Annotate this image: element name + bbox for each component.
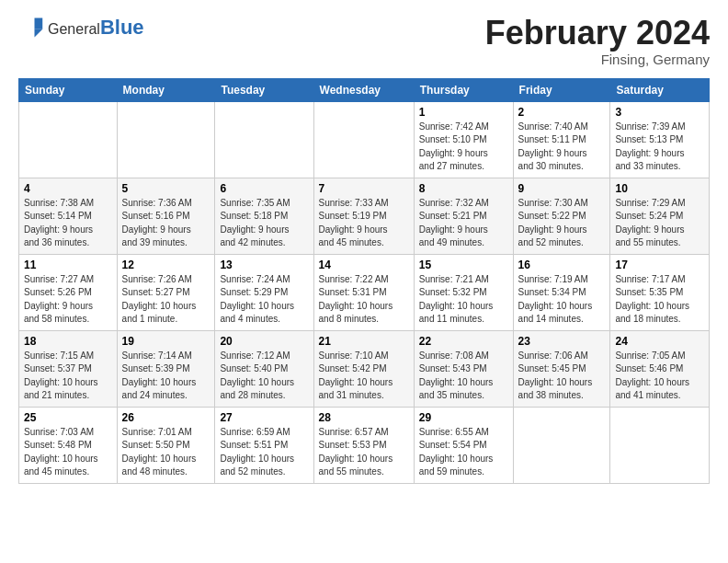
day-info: Sunrise: 7:38 AM Sunset: 5:14 PM Dayligh…: [24, 197, 112, 250]
day-info: Sunrise: 7:03 AM Sunset: 5:48 PM Dayligh…: [24, 426, 112, 479]
day-number: 8: [419, 182, 508, 195]
day-info: Sunrise: 6:57 AM Sunset: 5:53 PM Dayligh…: [319, 426, 409, 479]
calendar-cell: 21Sunrise: 7:10 AM Sunset: 5:42 PM Dayli…: [313, 330, 414, 407]
day-info: Sunrise: 7:21 AM Sunset: 5:32 PM Dayligh…: [419, 273, 508, 327]
day-number: 5: [122, 182, 210, 195]
day-info: Sunrise: 7:10 AM Sunset: 5:42 PM Dayligh…: [319, 350, 409, 403]
col-monday: Monday: [117, 78, 215, 101]
calendar-cell: 16Sunrise: 7:19 AM Sunset: 5:34 PM Dayli…: [513, 254, 610, 330]
col-sunday: Sunday: [19, 78, 118, 101]
day-number: 22: [419, 335, 508, 348]
calendar-cell: 5Sunrise: 7:36 AM Sunset: 5:16 PM Daylig…: [117, 178, 215, 254]
day-number: 14: [319, 259, 409, 271]
day-number: 27: [220, 411, 308, 424]
calendar-cell: [215, 101, 313, 178]
day-number: 1: [419, 106, 508, 119]
day-info: Sunrise: 7:39 AM Sunset: 5:13 PM Dayligh…: [615, 121, 704, 174]
calendar-cell: [610, 407, 710, 483]
day-info: Sunrise: 7:17 AM Sunset: 5:35 PM Dayligh…: [615, 273, 704, 327]
col-tuesday: Tuesday: [215, 78, 313, 101]
day-number: 13: [220, 259, 308, 271]
day-number: 11: [24, 259, 112, 271]
calendar-cell: 1Sunrise: 7:42 AM Sunset: 5:10 PM Daylig…: [414, 101, 513, 178]
day-info: Sunrise: 7:36 AM Sunset: 5:16 PM Dayligh…: [122, 197, 210, 250]
day-number: 28: [319, 411, 409, 424]
day-number: 25: [24, 411, 112, 424]
col-saturday: Saturday: [610, 78, 710, 101]
calendar-cell: [313, 101, 414, 178]
day-info: Sunrise: 7:26 AM Sunset: 5:27 PM Dayligh…: [122, 273, 210, 327]
calendar-week-row: 11Sunrise: 7:27 AM Sunset: 5:26 PM Dayli…: [19, 254, 710, 330]
calendar-header-row: Sunday Monday Tuesday Wednesday Thursday…: [19, 78, 710, 101]
day-number: 23: [518, 335, 606, 348]
title-block: February 2024 Finsing, Germany: [485, 15, 710, 67]
calendar-cell: 18Sunrise: 7:15 AM Sunset: 5:37 PM Dayli…: [19, 330, 118, 407]
col-friday: Friday: [513, 78, 610, 101]
day-info: Sunrise: 7:15 AM Sunset: 5:37 PM Dayligh…: [24, 350, 112, 403]
calendar-week-row: 4Sunrise: 7:38 AM Sunset: 5:14 PM Daylig…: [19, 178, 710, 254]
calendar-cell: 29Sunrise: 6:55 AM Sunset: 5:54 PM Dayli…: [414, 407, 513, 483]
calendar-cell: 15Sunrise: 7:21 AM Sunset: 5:32 PM Dayli…: [414, 254, 513, 330]
calendar-cell: [117, 101, 215, 178]
day-info: Sunrise: 7:35 AM Sunset: 5:18 PM Dayligh…: [220, 197, 308, 250]
day-number: 21: [319, 335, 409, 348]
day-info: Sunrise: 7:06 AM Sunset: 5:45 PM Dayligh…: [518, 350, 606, 403]
calendar-cell: 8Sunrise: 7:32 AM Sunset: 5:21 PM Daylig…: [414, 178, 513, 254]
day-info: Sunrise: 7:14 AM Sunset: 5:39 PM Dayligh…: [122, 350, 210, 403]
day-number: 17: [615, 259, 704, 271]
day-info: Sunrise: 7:32 AM Sunset: 5:21 PM Dayligh…: [419, 197, 508, 250]
day-info: Sunrise: 7:19 AM Sunset: 5:34 PM Dayligh…: [518, 273, 606, 327]
svg-marker-0: [35, 18, 43, 29]
day-number: 19: [122, 335, 210, 348]
day-number: 18: [24, 335, 112, 348]
calendar-cell: 22Sunrise: 7:08 AM Sunset: 5:43 PM Dayli…: [414, 330, 513, 407]
day-info: Sunrise: 6:55 AM Sunset: 5:54 PM Dayligh…: [419, 426, 508, 479]
calendar-cell: 19Sunrise: 7:14 AM Sunset: 5:39 PM Dayli…: [117, 330, 215, 407]
day-number: 26: [122, 411, 210, 424]
calendar-cell: 20Sunrise: 7:12 AM Sunset: 5:40 PM Dayli…: [215, 330, 313, 407]
calendar-cell: 12Sunrise: 7:26 AM Sunset: 5:27 PM Dayli…: [117, 254, 215, 330]
day-info: Sunrise: 7:29 AM Sunset: 5:24 PM Dayligh…: [615, 197, 704, 250]
logo-icon: [18, 15, 44, 40]
calendar-cell: 23Sunrise: 7:06 AM Sunset: 5:45 PM Dayli…: [513, 330, 610, 407]
day-info: Sunrise: 7:33 AM Sunset: 5:19 PM Dayligh…: [319, 197, 409, 250]
day-number: 10: [615, 182, 704, 195]
location-text: Finsing, Germany: [485, 52, 710, 67]
day-info: Sunrise: 7:24 AM Sunset: 5:29 PM Dayligh…: [220, 273, 308, 327]
logo-general-text: General: [48, 21, 100, 38]
logo-blue-text: Blue: [100, 16, 144, 40]
day-number: 9: [518, 182, 606, 195]
calendar-cell: 17Sunrise: 7:17 AM Sunset: 5:35 PM Dayli…: [610, 254, 710, 330]
logo: GeneralBlue: [18, 15, 144, 40]
month-title: February 2024: [485, 15, 710, 52]
day-info: Sunrise: 7:08 AM Sunset: 5:43 PM Dayligh…: [419, 350, 508, 403]
day-number: 6: [220, 182, 308, 195]
calendar-cell: 25Sunrise: 7:03 AM Sunset: 5:48 PM Dayli…: [19, 407, 118, 483]
col-wednesday: Wednesday: [313, 78, 414, 101]
calendar-cell: 27Sunrise: 6:59 AM Sunset: 5:51 PM Dayli…: [215, 407, 313, 483]
day-number: 16: [518, 259, 606, 271]
calendar-cell: 13Sunrise: 7:24 AM Sunset: 5:29 PM Dayli…: [215, 254, 313, 330]
day-info: Sunrise: 7:22 AM Sunset: 5:31 PM Dayligh…: [319, 273, 409, 327]
calendar-cell: 28Sunrise: 6:57 AM Sunset: 5:53 PM Dayli…: [313, 407, 414, 483]
calendar-cell: 3Sunrise: 7:39 AM Sunset: 5:13 PM Daylig…: [610, 101, 710, 178]
page-header: GeneralBlue February 2024 Finsing, Germa…: [18, 15, 710, 67]
day-info: Sunrise: 7:30 AM Sunset: 5:22 PM Dayligh…: [518, 197, 606, 250]
calendar-table: Sunday Monday Tuesday Wednesday Thursday…: [18, 78, 710, 484]
calendar-cell: 2Sunrise: 7:40 AM Sunset: 5:11 PM Daylig…: [513, 101, 610, 178]
day-number: 29: [419, 411, 508, 424]
calendar-cell: 9Sunrise: 7:30 AM Sunset: 5:22 PM Daylig…: [513, 178, 610, 254]
calendar-cell: 4Sunrise: 7:38 AM Sunset: 5:14 PM Daylig…: [19, 178, 118, 254]
calendar-week-row: 18Sunrise: 7:15 AM Sunset: 5:37 PM Dayli…: [19, 330, 710, 407]
day-number: 4: [24, 182, 112, 195]
day-number: 7: [319, 182, 409, 195]
day-number: 3: [615, 106, 704, 119]
calendar-cell: 7Sunrise: 7:33 AM Sunset: 5:19 PM Daylig…: [313, 178, 414, 254]
calendar-cell: [19, 101, 118, 178]
calendar-cell: 10Sunrise: 7:29 AM Sunset: 5:24 PM Dayli…: [610, 178, 710, 254]
day-number: 12: [122, 259, 210, 271]
day-info: Sunrise: 7:40 AM Sunset: 5:11 PM Dayligh…: [518, 121, 606, 174]
calendar-week-row: 1Sunrise: 7:42 AM Sunset: 5:10 PM Daylig…: [19, 101, 710, 178]
day-info: Sunrise: 7:05 AM Sunset: 5:46 PM Dayligh…: [615, 350, 704, 403]
day-info: Sunrise: 7:42 AM Sunset: 5:10 PM Dayligh…: [419, 121, 508, 174]
